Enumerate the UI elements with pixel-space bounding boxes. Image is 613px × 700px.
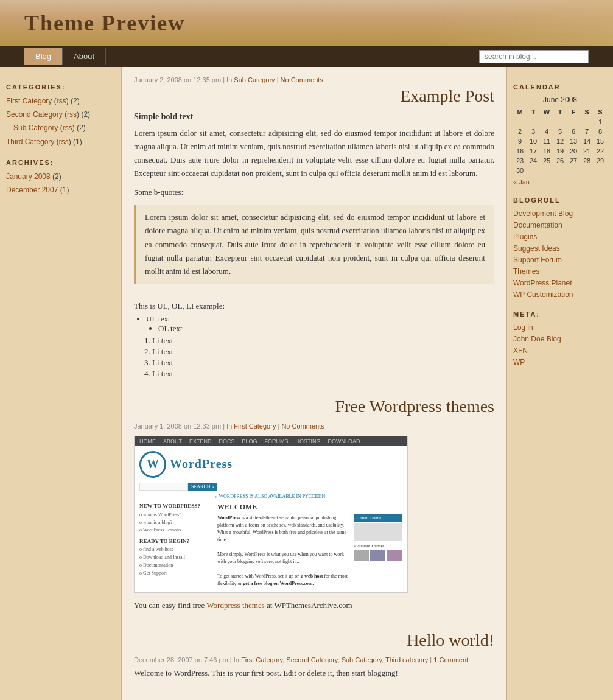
wp-left-col: NEW TO WORDPRESS? o what is WordPress? o… xyxy=(139,503,212,587)
calendar-day-header: S xyxy=(594,107,607,117)
calendar-cell xyxy=(527,166,540,175)
wp-nav-item: FORUMS xyxy=(265,438,289,444)
list-item: WP Customization xyxy=(513,290,607,299)
nav-tab-blog[interactable]: Blog xyxy=(24,48,63,65)
calendar-cell: 10 xyxy=(527,136,540,146)
calendar-cell: 21 xyxy=(580,146,594,156)
post-comments-link[interactable]: No Comments xyxy=(281,422,324,430)
calendar-cell: 4 xyxy=(540,127,553,136)
blogroll-title: BLOGROLL xyxy=(513,197,607,204)
wp-topbar: HOME ABOUT EXTEND DOCS BLOG FORUMS HOSTI… xyxy=(135,436,407,446)
post-meta: January 2, 2008 on 12:35 pm | In Sub Cat… xyxy=(134,76,494,83)
meta-link[interactable]: John Doe Blog xyxy=(513,335,561,343)
wp-themes-panel: Current Theme Available Themes xyxy=(354,514,402,587)
rss-link[interactable]: rss xyxy=(67,110,77,119)
prev-month-link[interactable]: « Jan xyxy=(513,178,530,186)
calendar-cell xyxy=(540,117,553,127)
rss-link[interactable]: rss xyxy=(63,124,72,132)
calendar-day-header: T xyxy=(527,107,540,117)
wp-nav-item: DOWNLOAD xyxy=(328,438,360,444)
wordpress-themes-link[interactable]: Wordpress themes xyxy=(206,601,264,610)
list-item: WP xyxy=(513,357,607,367)
wp-available-note: » WORDPRESS IS ALSO AVAILABLE IN РУССКИЙ… xyxy=(139,494,402,499)
calendar-title: CALENDAR xyxy=(513,83,607,91)
blogroll-link[interactable]: WP Customization xyxy=(513,290,573,299)
wp-available-themes: Available Themes xyxy=(354,544,402,548)
blogroll-link[interactable]: Themes xyxy=(513,267,539,276)
category-link[interactable]: Third Category xyxy=(6,138,54,146)
blogroll-link[interactable]: Suggest Ideas xyxy=(513,244,560,253)
wp-screenshot: HOME ABOUT EXTEND DOCS BLOG FORUMS HOSTI… xyxy=(134,436,408,593)
calendar-cell: 16 xyxy=(513,146,527,156)
calendar-cell: 11 xyxy=(540,136,553,146)
blogroll-link[interactable]: WordPress Planet xyxy=(513,279,572,287)
calendar-cell: 19 xyxy=(553,146,567,156)
post-subtitle: Simple bold text xyxy=(134,112,494,122)
calendar-day-header: T xyxy=(553,107,567,117)
meta-link[interactable]: XFN xyxy=(513,346,528,355)
rss-link[interactable]: rss xyxy=(57,97,66,105)
post-body-text: You can easy find free Wordpress themes … xyxy=(134,599,494,612)
archive-link[interactable]: January 2008 xyxy=(6,172,51,181)
wp-col-links: o what is WordPress? o what is a blog? o… xyxy=(139,511,212,534)
post-title: Hello world! xyxy=(134,631,494,650)
list-item: First Category (rss) (2) xyxy=(6,96,115,107)
blogroll-link[interactable]: Support Forum xyxy=(513,256,562,264)
category-link[interactable]: Sub Category xyxy=(13,124,58,132)
post-title-link[interactable]: Free Wordpress themes xyxy=(335,397,494,416)
category-link[interactable]: Second Category xyxy=(6,110,63,119)
calendar-cell: 23 xyxy=(513,156,527,166)
post-category-link[interactable]: Sub Category xyxy=(234,76,275,83)
rss-link[interactable]: rss xyxy=(59,138,69,146)
post-category-link[interactable]: Third category xyxy=(385,656,428,663)
calendar-cell xyxy=(513,117,527,127)
wp-theme-thumb xyxy=(387,550,402,561)
wp-theme-preview xyxy=(354,523,402,541)
wp-theme-thumb xyxy=(354,550,369,561)
post-example: January 2, 2008 on 12:35 pm | In Sub Cat… xyxy=(134,76,494,379)
post-comments-link[interactable]: No Comments xyxy=(281,76,323,83)
category-link[interactable]: First Category xyxy=(6,97,52,105)
site-title: Theme Preview xyxy=(24,10,185,36)
post-hello-world: Hello world! December 28, 2007 on 7:46 p… xyxy=(134,631,494,680)
post-category-link[interactable]: Second Category xyxy=(286,656,337,663)
post-comments-link[interactable]: 1 Comment xyxy=(433,656,468,663)
post-body: Welcome to WordPress. This is your first… xyxy=(134,667,494,680)
page-wrapper: CATEGORIES: First Category (rss) (2) Sec… xyxy=(0,67,613,700)
wp-col-title: NEW TO WORDPRESS? xyxy=(139,503,212,509)
blogroll-link[interactable]: Development Blog xyxy=(513,209,573,218)
bquote-label: Some b-quotes: xyxy=(134,187,494,197)
post-category-link[interactable]: Sub Category xyxy=(342,656,382,663)
left-sidebar: CATEGORIES: First Category (rss) (2) Sec… xyxy=(0,67,122,700)
calendar-day-header: W xyxy=(540,107,553,117)
blogroll-list: Development Blog Documentation Plugins S… xyxy=(513,209,607,299)
post-category-link[interactable]: First Category xyxy=(234,422,276,430)
wp-nav-item: BLOG xyxy=(242,438,257,444)
blogroll-link[interactable]: Plugins xyxy=(513,233,537,241)
archives-title: ARCHIVES: xyxy=(6,159,115,166)
meta-link[interactable]: WP xyxy=(513,358,525,366)
navigation: Blog About xyxy=(0,46,613,67)
list-item: John Doe Blog xyxy=(513,334,607,344)
calendar-table: M T W T F S S 1 xyxy=(513,107,607,175)
blogroll-link[interactable]: Documentation xyxy=(513,221,562,229)
post-category-link[interactable]: First Category xyxy=(241,656,282,663)
right-sidebar: CALENDAR June 2008 M T W T F S S xyxy=(506,67,613,700)
list-item: Plugins xyxy=(513,232,607,242)
calendar-cell: 1 xyxy=(594,117,607,127)
divider xyxy=(134,292,494,292)
wp-theme-thumb xyxy=(370,550,385,561)
search-input[interactable] xyxy=(479,50,589,63)
archive-link[interactable]: December 2007 xyxy=(6,186,58,194)
calendar-cell: 30 xyxy=(513,166,527,175)
nav-tabs: Blog About xyxy=(24,48,106,65)
post-title-link[interactable]: Example Post xyxy=(400,86,494,105)
wp-screenshot-container: HOME ABOUT EXTEND DOCS BLOG FORUMS HOSTI… xyxy=(134,436,494,593)
calendar-cell xyxy=(580,166,594,175)
post-title-link[interactable]: Hello world! xyxy=(407,631,494,649)
nav-tab-about[interactable]: About xyxy=(63,48,106,65)
calendar-row: 30 xyxy=(513,166,607,175)
list-item: Themes xyxy=(513,267,607,276)
calendar-cell: 6 xyxy=(567,127,580,136)
meta-link[interactable]: Log in xyxy=(513,323,533,332)
